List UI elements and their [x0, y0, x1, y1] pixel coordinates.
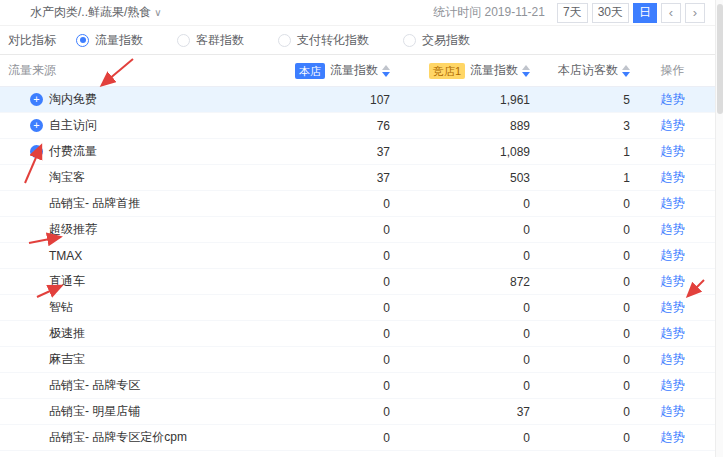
table-body: + 淘内免费 107 1,961 5 趋势 + 自主访问 76 889 3 趋势…	[0, 87, 723, 451]
sort-icon[interactable]	[382, 65, 390, 77]
table-header: 流量来源 本店 流量指数 竞店1 流量指数 本店访客数 操作	[0, 55, 723, 87]
visitors-value: 1	[530, 171, 630, 185]
radio-transaction-index[interactable]: 交易指数	[403, 32, 470, 49]
column-header-visitors[interactable]: 本店访客数	[530, 62, 630, 79]
own-index-value: 37	[300, 145, 390, 159]
source-name: 品销宝- 品牌首推	[49, 195, 140, 212]
column-header-rival-index[interactable]: 竞店1 流量指数	[390, 62, 530, 79]
visitors-value: 0	[530, 327, 630, 341]
own-index-value: 0	[300, 353, 390, 367]
radio-dot-icon	[403, 34, 416, 47]
range-button-7d[interactable]: 7天	[557, 3, 588, 23]
expand-icon[interactable]: +	[30, 93, 43, 106]
visitors-value: 0	[530, 223, 630, 237]
visitors-value: 0	[530, 405, 630, 419]
rival-index-value: 872	[390, 275, 530, 289]
source-name-cell: TMAX	[0, 249, 300, 263]
rival-metric-label: 流量指数	[470, 62, 518, 79]
stat-time-label: 统计时间 2019-11-21	[433, 4, 545, 21]
time-controls: 统计时间 2019-11-21 7天 30天 日 ‹ ›	[433, 3, 705, 23]
own-index-value: 0	[300, 301, 390, 315]
radio-dot-icon	[177, 34, 190, 47]
rival-index-value: 0	[390, 327, 530, 341]
category-breadcrumb[interactable]: 水产肉类/..鲜蔬果/熟食 ∨	[30, 4, 162, 21]
source-name: 超级推荐	[49, 221, 97, 238]
table-row: 极速推 0 0 0 趋势	[0, 321, 723, 347]
visitors-value: 0	[530, 301, 630, 315]
sort-icon[interactable]	[622, 65, 630, 77]
source-name-cell: 直通车	[0, 273, 300, 290]
source-name-cell: 超级推荐	[0, 221, 300, 238]
visitors-value: 5	[530, 93, 630, 107]
own-index-value: 0	[300, 249, 390, 263]
source-name-cell: 极速推	[0, 325, 300, 342]
trend-link[interactable]: 趋势	[661, 352, 685, 366]
trend-link[interactable]: 趋势	[661, 378, 685, 392]
own-index-value: 0	[300, 223, 390, 237]
source-name: 品销宝- 明星店铺	[49, 403, 140, 420]
trend-link[interactable]: 趋势	[661, 118, 685, 132]
trend-link[interactable]: 趋势	[661, 222, 685, 236]
trend-link[interactable]: 趋势	[661, 248, 685, 262]
trend-link[interactable]: 趋势	[661, 144, 685, 158]
own-index-value: 0	[300, 275, 390, 289]
rival-index-value: 0	[390, 379, 530, 393]
column-header-own-index[interactable]: 本店 流量指数	[300, 62, 390, 79]
visitors-value: 0	[530, 249, 630, 263]
scrollbar-thumb[interactable]	[717, 4, 723, 114]
radio-dot-icon	[278, 34, 291, 47]
trend-link[interactable]: 趋势	[661, 404, 685, 418]
trend-link[interactable]: 趋势	[661, 92, 685, 106]
visitors-label: 本店访客数	[558, 62, 618, 79]
source-name-cell: + 自主访问	[0, 117, 300, 134]
table-row: 麻吉宝 0 0 0 趋势	[0, 347, 723, 373]
visitors-value: 0	[530, 275, 630, 289]
collapse-icon[interactable]: −	[30, 145, 43, 158]
breadcrumb-text: 水产肉类/..鲜蔬果/熟食	[30, 4, 151, 21]
sort-icon[interactable]	[522, 65, 530, 77]
radio-label: 交易指数	[422, 32, 470, 49]
chevron-down-icon: ∨	[154, 7, 161, 18]
radio-traffic-index[interactable]: 流量指数	[76, 32, 143, 49]
table-row: 品销宝- 品牌首推 0 0 0 趋势	[0, 191, 723, 217]
own-index-value: 0	[300, 197, 390, 211]
radio-label: 支付转化指数	[297, 32, 369, 49]
next-day-button[interactable]: ›	[685, 3, 705, 23]
trend-link[interactable]: 趋势	[661, 274, 685, 288]
trend-link[interactable]: 趋势	[661, 170, 685, 184]
trend-link[interactable]: 趋势	[661, 430, 685, 444]
table-row: − 付费流量 37 1,089 1 趋势	[0, 139, 723, 165]
own-index-value: 0	[300, 327, 390, 341]
trend-link[interactable]: 趋势	[661, 326, 685, 340]
source-name: 直通车	[49, 273, 85, 290]
rival-index-value: 0	[390, 223, 530, 237]
trend-link[interactable]: 趋势	[661, 300, 685, 314]
visitors-value: 0	[530, 353, 630, 367]
range-button-day[interactable]: 日	[633, 3, 657, 23]
source-name-cell: 淘宝客	[0, 169, 300, 186]
prev-day-button[interactable]: ‹	[661, 3, 681, 23]
rival-index-value: 1,961	[390, 93, 530, 107]
radio-conversion-index[interactable]: 支付转化指数	[278, 32, 369, 49]
radio-customer-index[interactable]: 客群指数	[177, 32, 244, 49]
table-row: 智钻 0 0 0 趋势	[0, 295, 723, 321]
visitors-value: 0	[530, 379, 630, 393]
rival-store-badge: 竞店1	[429, 63, 465, 79]
source-name: 付费流量	[49, 143, 97, 160]
table-row: 品销宝- 品牌专区 0 0 0 趋势	[0, 373, 723, 399]
visitors-value: 1	[530, 145, 630, 159]
column-header-source: 流量来源	[0, 62, 300, 79]
table-row: 品销宝- 明星店铺 0 37 0 趋势	[0, 399, 723, 425]
source-name-cell: − 付费流量	[0, 143, 300, 160]
rival-index-value: 0	[390, 197, 530, 211]
expand-icon[interactable]: +	[30, 119, 43, 132]
source-name: 品销宝- 品牌专区	[49, 377, 140, 394]
scrollbar[interactable]	[715, 0, 723, 457]
source-name-cell: 品销宝- 明星店铺	[0, 403, 300, 420]
trend-link[interactable]: 趋势	[661, 196, 685, 210]
source-name: 淘内免费	[49, 91, 97, 108]
own-index-value: 0	[300, 379, 390, 393]
range-button-30d[interactable]: 30天	[592, 3, 629, 23]
table-row: 品销宝- 品牌专区定价cpm 0 0 0 趋势	[0, 425, 723, 451]
source-name-cell: 智钻	[0, 299, 300, 316]
